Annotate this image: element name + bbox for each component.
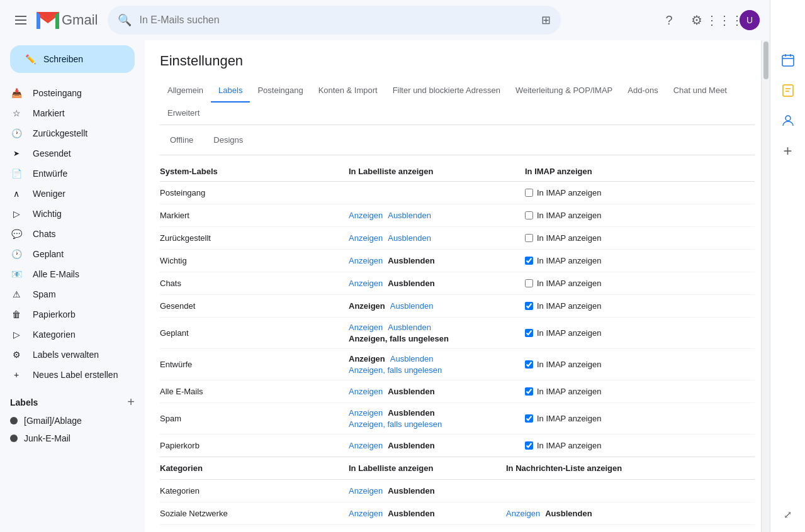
sidebar-item-markiert[interactable]: ☆ Markiert [0, 103, 135, 123]
tab-allgemein[interactable]: Allgemein [160, 79, 211, 103]
show-link-zurueckgestellt[interactable]: Anzeigen [349, 233, 383, 243]
search-bar[interactable]: 🔍 ⊞ [108, 6, 561, 35]
msg-show-link-soziale[interactable]: Anzeigen [506, 509, 540, 518]
show-link-chats[interactable]: Anzeigen [349, 279, 383, 288]
sidebar-item-labels-verwalten[interactable]: ⚙ Labels verwalten [0, 345, 135, 365]
right-panel-calendar-icon[interactable] [775, 48, 801, 73]
categories-col1-header: Kategorien [160, 463, 349, 474]
show-link-markiert[interactable]: Anzeigen [349, 211, 383, 220]
tab-weiterleitung[interactable]: Weiterleitung & POP/IMAP [508, 79, 620, 103]
right-panel-add-icon[interactable]: + [775, 138, 801, 163]
apps-icon[interactable]: ⋮⋮⋮ [712, 8, 737, 33]
compose-button[interactable]: ✏️ Schreiben [10, 45, 135, 73]
sidebar-item-papierkorb[interactable]: 🗑 Papierkorb [0, 304, 135, 324]
sidebar-item-chats[interactable]: 💬 Chats [0, 224, 135, 244]
imap-checkbox-posteingang[interactable] [525, 189, 533, 197]
labels-icon: ⚙ [10, 350, 23, 360]
sidebar-item-entwuerfe[interactable]: 📄 Entwürfe [0, 163, 135, 184]
imap-checkbox-geplant[interactable] [525, 329, 533, 337]
svg-text:U: U [746, 15, 753, 25]
svg-rect-5 [782, 55, 794, 66]
right-panel-tasks-icon[interactable] [775, 78, 801, 103]
show-link-spam[interactable]: Anzeigen [349, 408, 383, 418]
show-if-unread-entwuerfe[interactable]: Anzeigen, falls ungelesen [349, 365, 442, 375]
sub-tab-offline[interactable]: Offline [160, 130, 203, 150]
table-row: Zurückgestellt Anzeigen Ausblenden In IM… [160, 227, 755, 250]
hide-link-markiert[interactable]: Ausblenden [388, 211, 431, 220]
add-label-button[interactable]: + [127, 395, 135, 409]
star-icon: ☆ [10, 108, 23, 118]
categories-col3-header: In Nachrichten-Liste anzeigen [506, 463, 663, 474]
hide-link-geplant[interactable]: Ausblenden [388, 323, 431, 332]
sidebar: ✏️ Schreiben 📥 Posteingang ☆ Markiert 🕐 … [0, 40, 145, 532]
sidebar-item-wichtig[interactable]: ▷ Wichtig [0, 204, 135, 224]
show-if-unread-geplant: Anzeigen, falls ungelesen [349, 334, 449, 343]
show-link-kategorien[interactable]: Anzeigen [349, 486, 383, 496]
sidebar-item-alle-emails[interactable]: 📧 Alle E-Mails [0, 264, 135, 284]
label-item-junk-email[interactable]: Junk-E-Mail [0, 429, 145, 447]
trash-icon: 🗑 [10, 309, 23, 319]
important-icon: ▷ [10, 209, 23, 219]
show-link-wichtig[interactable]: Anzeigen [349, 256, 383, 265]
show-link-geplant[interactable]: Anzeigen [349, 323, 383, 332]
tab-labels[interactable]: Labels [211, 79, 250, 103]
tab-filter[interactable]: Filter und blockierte Adressen [385, 79, 508, 103]
categories-icon: ▷ [10, 330, 23, 340]
table-row: Spam Anzeigen Ausblenden Anzeigen, falls… [160, 403, 755, 435]
hide-bold-papierkorb: Ausblenden [388, 441, 434, 450]
row-label: Entwürfe [160, 360, 349, 369]
sidebar-item-gesendet[interactable]: ➤ Gesendet [0, 143, 135, 163]
sidebar-item-zurueckgestellt[interactable]: 🕐 Zurückgestellt [0, 123, 135, 143]
add-label-icon: + [10, 370, 23, 380]
sidebar-item-spam[interactable]: ⚠ Spam [0, 284, 135, 304]
system-labels-col2-header: In Labelliste anzeigen [349, 167, 525, 176]
imap-checkbox-papierkorb[interactable] [525, 441, 533, 450]
tab-chat-meet[interactable]: Chat und Meet [666, 79, 735, 103]
help-icon[interactable]: ? [656, 8, 682, 33]
show-link-alle-emails[interactable]: Anzeigen [349, 387, 383, 396]
sidebar-item-geplant[interactable]: 🕐 Geplant [0, 244, 135, 264]
imap-checkbox-spam[interactable] [525, 414, 533, 423]
avatar[interactable]: U [740, 10, 760, 30]
imap-checkbox-markiert[interactable] [525, 211, 533, 219]
imap-checkbox-entwuerfe[interactable] [525, 360, 533, 369]
svg-rect-9 [783, 85, 793, 96]
scheduled-icon: 🕐 [10, 249, 23, 259]
imap-checkbox-chats[interactable] [525, 279, 533, 287]
settings-tabs: Allgemein Labels Posteingang Konten & Im… [160, 79, 755, 125]
imap-checkbox-zurueckgestellt[interactable] [525, 234, 533, 242]
tab-konten-import[interactable]: Konten & Import [311, 79, 385, 103]
hide-link-entwuerfe[interactable]: Ausblenden [390, 354, 434, 363]
sidebar-item-kategorien[interactable]: ▷ Kategorien [0, 324, 135, 345]
hamburger-icon[interactable] [10, 9, 31, 31]
page-title: Einstellungen [160, 53, 755, 69]
sidebar-item-posteingang[interactable]: 📥 Posteingang [0, 83, 135, 103]
sidebar-item-neues-label[interactable]: + Neues Label erstellen [0, 365, 135, 385]
svg-point-12 [785, 116, 791, 121]
search-filter-icon[interactable]: ⊞ [541, 13, 551, 27]
show-link-papierkorb[interactable]: Anzeigen [349, 441, 383, 450]
imap-checkbox-gesendet[interactable] [525, 302, 533, 310]
imap-checkbox-alle-emails[interactable] [525, 387, 533, 396]
table-row: Posteingang In IMAP anzeigen [160, 182, 755, 204]
show-link-soziale[interactable]: Anzeigen [349, 509, 383, 518]
sidebar-item-weniger[interactable]: ∧ Weniger [0, 184, 135, 204]
right-panel-contacts-icon[interactable] [775, 108, 801, 133]
row-label: Gesendet [160, 301, 349, 311]
imap-checkbox-wichtig[interactable] [525, 257, 533, 265]
row-label: Markiert [160, 211, 349, 220]
search-input[interactable] [139, 14, 541, 26]
right-panel-expand-icon[interactable]: ⤢ [775, 502, 801, 527]
tab-add-ons[interactable]: Add-ons [620, 79, 665, 103]
svg-rect-1 [15, 19, 26, 21]
label-item-gmail-ablage[interactable]: [Gmail]/Ablage [0, 412, 145, 429]
hide-link-gesendet[interactable]: Ausblenden [390, 301, 434, 311]
row-label: Alle E-Mails [160, 387, 349, 396]
compose-icon: ✏️ [25, 54, 36, 64]
tab-erweitert[interactable]: Erweitert [160, 102, 207, 125]
hide-link-zurueckgestellt[interactable]: Ausblenden [388, 233, 431, 243]
scrollbar-area[interactable] [761, 40, 770, 532]
tab-posteingang[interactable]: Posteingang [250, 79, 310, 103]
show-if-unread-spam[interactable]: Anzeigen, falls ungelesen [349, 419, 442, 429]
sub-tab-designs[interactable]: Designs [203, 130, 253, 150]
